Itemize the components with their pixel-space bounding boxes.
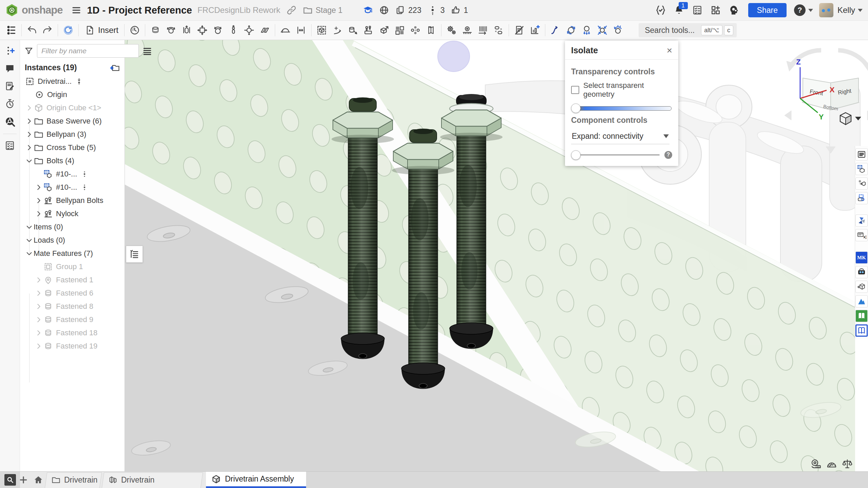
drawing-icon[interactable] xyxy=(511,22,527,38)
linear-pattern-icon[interactable] xyxy=(392,22,408,38)
checklist-icon[interactable] xyxy=(2,138,17,153)
component-depth-slider[interactable] xyxy=(572,150,660,159)
new-tab-button[interactable] xyxy=(16,472,31,488)
tree-row[interactable]: Loads (0) xyxy=(20,233,125,247)
update-sync-icon[interactable] xyxy=(60,22,76,38)
tree-row[interactable]: Items (0) xyxy=(20,220,125,233)
protractor-icon[interactable] xyxy=(824,457,839,471)
component-slider-thumb[interactable] xyxy=(571,150,581,160)
slider-mate-icon[interactable] xyxy=(179,22,194,38)
document-title[interactable]: 1D - Project Reference xyxy=(87,5,192,16)
transparency-slider-thumb[interactable] xyxy=(571,104,581,113)
tree-row[interactable]: Fastened 6 xyxy=(20,286,125,300)
tree-row[interactable]: Fastened 9 xyxy=(20,313,125,326)
chevron-right-icon[interactable] xyxy=(34,315,43,324)
tree-row[interactable]: Fastened 8 xyxy=(20,300,125,313)
release-notes-icon[interactable] xyxy=(2,79,17,94)
origin-sphere[interactable] xyxy=(438,41,470,72)
gravity-icon[interactable] xyxy=(579,22,595,38)
converge-icon[interactable] xyxy=(595,22,610,38)
tree-row[interactable]: Origin xyxy=(20,88,125,101)
chevron-right-icon[interactable] xyxy=(25,117,34,126)
undo-icon[interactable] xyxy=(24,22,40,38)
tangent-mate-icon[interactable] xyxy=(278,22,293,38)
home-tab-button[interactable] xyxy=(31,472,46,488)
versions-history-icon[interactable] xyxy=(127,22,143,38)
blue-book-icon[interactable] xyxy=(855,324,868,337)
chevron-right-icon[interactable] xyxy=(25,104,34,112)
group-mate-icon[interactable] xyxy=(314,22,329,38)
robot-plugin-icon[interactable] xyxy=(855,266,868,278)
bom-table-icon[interactable] xyxy=(855,163,868,175)
chevron-right-icon[interactable] xyxy=(25,143,34,152)
mate-limits-icon[interactable] xyxy=(293,22,309,38)
tab-drivetrain-1[interactable]: Drivetrain xyxy=(103,472,204,488)
tab-search-icon[interactable] xyxy=(4,474,16,486)
derived-part-icon[interactable] xyxy=(855,177,868,190)
chevron-right-icon[interactable] xyxy=(34,329,43,337)
stage-folder-icon[interactable] xyxy=(303,5,313,15)
3d-viewport[interactable]: Front Right Bottom Z X Y xyxy=(125,40,868,472)
notifications-bell-icon[interactable]: 1 xyxy=(672,3,686,17)
rack-pinion-relation-icon[interactable] xyxy=(459,22,475,38)
chevron-down-icon[interactable] xyxy=(25,156,34,165)
chevron-right-icon[interactable] xyxy=(34,289,43,298)
spin-tools-icon[interactable] xyxy=(2,114,17,129)
add-folder-icon[interactable] xyxy=(110,62,120,73)
app-store-icon[interactable] xyxy=(709,3,722,17)
exploded-view-icon[interactable] xyxy=(423,22,439,38)
public-globe-icon[interactable] xyxy=(379,5,389,15)
tree-row[interactable]: Drivetrai... xyxy=(20,75,125,88)
chevron-down-icon[interactable] xyxy=(25,236,34,245)
tree-row[interactable]: Cross Tube (5) xyxy=(20,141,125,154)
ball-mate-icon[interactable] xyxy=(210,22,226,38)
tab-drivetrain-assembly[interactable]: Drivetrain Assembly xyxy=(206,472,306,488)
mate-connector-icon[interactable] xyxy=(345,22,361,38)
gear-relation-icon[interactable] xyxy=(444,22,459,38)
animate-icon[interactable] xyxy=(548,22,563,38)
measure-tape-icon[interactable] xyxy=(808,457,824,471)
transparency-slider-track[interactable] xyxy=(572,106,672,111)
sketch-overlay-icon[interactable] xyxy=(855,192,868,204)
circular-pattern-icon[interactable] xyxy=(408,22,423,38)
user-name[interactable]: Kelly xyxy=(837,5,855,15)
filter-funnel-icon[interactable] xyxy=(24,46,34,56)
tree-panel-toggle-button[interactable] xyxy=(126,246,143,263)
tasks-icon[interactable] xyxy=(691,3,704,17)
likes-icon[interactable] xyxy=(451,5,461,15)
tree-row[interactable]: #10-... xyxy=(20,181,125,194)
transform-icon[interactable] xyxy=(376,22,392,38)
feature-list-icon[interactable] xyxy=(855,148,868,161)
chevron-right-icon[interactable] xyxy=(34,342,43,351)
chevron-right-icon[interactable] xyxy=(34,302,43,311)
edu-cap-icon[interactable] xyxy=(363,5,373,15)
tab-drivetrain-0[interactable]: Drivetrain xyxy=(46,472,103,488)
tree-row[interactable]: Bellypan (3) xyxy=(20,128,125,141)
config-dots-icon[interactable] xyxy=(80,170,89,178)
belt-relation-icon[interactable] xyxy=(475,22,491,38)
filter-input[interactable] xyxy=(37,44,139,58)
tree-row[interactable]: Fastened 1 xyxy=(20,273,125,286)
copies-icon[interactable] xyxy=(395,5,405,15)
chevron-right-icon[interactable] xyxy=(34,196,43,205)
help-icon[interactable]: ? xyxy=(664,151,672,159)
featurescript-icon[interactable] xyxy=(654,3,667,17)
instance-list-toggle-icon[interactable] xyxy=(3,22,19,38)
stage-label[interactable]: Stage 1 xyxy=(316,6,342,15)
tree-row[interactable]: Bolts (4) xyxy=(20,154,125,167)
user-menu-caret-icon[interactable] xyxy=(858,9,863,12)
help-caret-icon[interactable] xyxy=(808,9,813,12)
expand-mode-select[interactable]: Expand: connectivity xyxy=(571,128,669,144)
mk-plugin-icon[interactable]: MK xyxy=(855,251,868,264)
pin-slot-mate-icon[interactable] xyxy=(226,22,241,38)
history-timer-icon[interactable] xyxy=(2,96,17,111)
interference-icon[interactable] xyxy=(527,22,543,38)
branches-icon[interactable] xyxy=(428,5,438,15)
list-view-icon[interactable] xyxy=(142,46,152,56)
peak-plugin-icon[interactable] xyxy=(855,295,868,307)
tree-row[interactable]: Bellypan Bolts xyxy=(20,194,125,207)
tree-row[interactable]: Fastened 18 xyxy=(20,326,125,339)
replicate-icon[interactable] xyxy=(329,22,345,38)
spin-light-icon[interactable] xyxy=(610,22,626,38)
chevron-down-icon[interactable] xyxy=(25,249,34,258)
